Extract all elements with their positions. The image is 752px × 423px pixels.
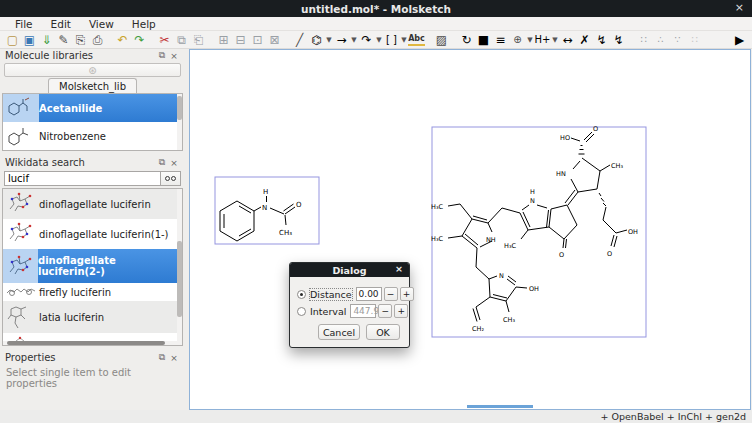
distance-plus-button[interactable]: + [400,287,414,301]
interval-radio[interactable] [297,307,306,316]
atom-label-ho: HO [560,134,570,142]
interval-value[interactable]: 447.90 [350,304,376,318]
properties-close-icon[interactable]: × [168,353,180,363]
new-document-icon[interactable]: ▢ [4,32,21,48]
drawing-canvas[interactable]: N H O CH₃ [189,49,751,410]
interval-minus-button[interactable]: − [378,304,392,318]
open-folder-icon[interactable]: ▣ [21,32,38,48]
toolbar-overflow-icon[interactable]: ▶ [731,32,748,48]
mechanism-arrow-dropdown-icon[interactable]: ▼ [375,36,383,44]
window-close-icon[interactable]: × [735,1,744,14]
line-width-icon[interactable]: ≡ [492,32,509,48]
hatch-tool-icon[interactable]: ▨ [433,32,450,48]
library-refresh-button[interactable]: ⊛ [4,63,181,77]
mechanism-arrow-icon[interactable]: ↷ [358,32,375,48]
wikidata-vscrollbar[interactable] [177,189,182,345]
library-close-icon[interactable]: × [168,51,180,61]
lone-pair-d-icon[interactable]: ∵ [669,32,686,48]
ok-button[interactable]: OK [366,324,400,340]
rotate-tool-icon[interactable]: ↻ [458,32,475,48]
atom-label-o-ketone: O [559,251,564,259]
wikidata-title: Wikidata search [5,157,156,168]
charge-tool-dropdown-icon[interactable]: ▼ [526,36,534,44]
atom-label-n: N [262,204,267,212]
dialog-close-icon[interactable]: × [395,263,403,274]
title-bar[interactable]: untitled.mol* - Molsketch × [0,0,752,17]
bracket-tool-icon[interactable]: [ ] [383,32,400,48]
interval-label[interactable]: Interval [310,306,346,317]
redo-icon[interactable]: ↷ [131,32,148,48]
save-icon[interactable]: ⇓ [38,32,55,48]
library-scrollbar[interactable] [177,94,182,150]
zoom-out-icon[interactable]: ⊟ [232,32,249,48]
print-icon[interactable]: ⎙ [89,32,106,48]
charge-tool-icon[interactable]: ⊕ [509,32,526,48]
menu-view[interactable]: View [80,18,123,30]
color-swatch-icon[interactable]: ■ [475,32,492,48]
menu-file[interactable]: File [6,18,42,30]
properties-panel: Properties ⧉ × Select single item to edi… [2,351,183,409]
zoom-fit-icon[interactable]: ⊠ [266,32,283,48]
wikidata-close-icon[interactable]: × [168,158,180,168]
lone-pair-disabled-icon[interactable]: ∷ [686,32,703,48]
library-item-nitrobenzene[interactable]: Nitrobenzene [3,122,182,150]
undo-icon[interactable]: ↶ [114,32,131,48]
molecule-thumbnail [3,285,39,299]
lone-pair-h-icon[interactable]: ∷ [635,32,652,48]
wikidata-search-input[interactable] [4,171,161,186]
distance-label[interactable]: Distance [310,289,352,300]
result-label: latia luciferin [39,312,104,323]
result-dinoflagellate-luciferin-2[interactable]: dinoflagellate luciferin(2-) [3,249,182,283]
hydrogen-tool-dropdown-icon[interactable]: ▼ [551,36,559,44]
ring-tool-dropdown-icon[interactable]: ▼ [325,36,333,44]
electron-flow-alt-icon[interactable]: ↯ [610,32,627,48]
wikidata-hscrollbar[interactable] [3,341,182,345]
electron-flow-icon[interactable]: ↯ [593,32,610,48]
ring-tool-icon[interactable]: ⌬ [308,32,325,48]
copy-icon[interactable]: ⧉ [173,32,190,48]
lone-pair-v-icon[interactable]: ∴ [652,32,669,48]
result-dinoflagellate-luciferin-1[interactable]: dinoflagellate luciferin(1-) [3,219,182,249]
export-icon[interactable]: ⎘ [72,32,89,48]
wikidata-float-icon[interactable]: ⧉ [156,157,168,168]
reaction-arrow-dropdown-icon[interactable]: ▼ [350,36,358,44]
molecule-acetanilide[interactable]: N H O CH₃ [215,177,319,244]
tab-molsketch-lib[interactable]: Molsketch_lib [48,78,137,93]
properties-float-icon[interactable]: ⧉ [156,352,168,363]
distance-minus-button[interactable]: − [384,287,398,301]
cancel-button[interactable]: Cancel [318,324,360,340]
wikidata-header: Wikidata search ⧉ × [2,156,183,169]
move-tool-icon[interactable]: ↔ [559,32,576,48]
hydrogen-tool-icon[interactable]: H+ [534,32,551,48]
draw-tool-icon[interactable]: ╱ [291,32,308,48]
text-tool-icon[interactable]: Abc [408,33,425,46]
zoom-in-icon[interactable]: ⊞ [215,32,232,48]
save-as-icon[interactable]: ✎ [55,32,72,48]
molecule-luciferin[interactable]: HN HO O CH₃ OH O H N H₃C O H₃C H₃C NH N … [431,125,646,337]
menu-help[interactable]: Help [123,18,165,30]
atom-label-oh-bottom: OH [529,285,539,293]
library-float-icon[interactable]: ⧉ [156,50,168,61]
atom-label-n-bottom: N [499,272,504,280]
dialog-window[interactable]: Dialog × Distance 0.00 − + Interval 447.… [289,262,410,348]
result-latia-luciferin[interactable]: latia luciferin [3,301,182,333]
canvas-hscrollbar[interactable] [190,405,750,409]
cut-icon[interactable]: ✂ [156,32,173,48]
zoom-original-icon[interactable]: ⊡ [249,32,266,48]
menu-edit[interactable]: Edit [42,18,80,30]
canvas-hscrollbar-thumb[interactable] [467,405,533,408]
result-dinoflagellate-luciferin[interactable]: dinoflagellate luciferin [3,189,182,219]
result-firefly-luciferin[interactable]: firefly luciferin [3,283,182,301]
bracket-tool-dropdown-icon[interactable]: ▼ [400,36,408,44]
dialog-title-bar[interactable]: Dialog × [290,263,409,277]
status-bar: + OpenBabel + InChI + gen2d [0,410,752,423]
result-label: firefly luciferin [39,287,111,298]
interval-plus-button[interactable]: + [394,304,408,318]
reaction-arrow-icon[interactable]: → [333,32,350,48]
distance-radio[interactable] [297,290,306,299]
search-binoculars-icon[interactable] [161,171,181,186]
paste-icon[interactable]: ⎗ [190,32,207,48]
library-item-acetanilide[interactable]: Acetanilide [3,94,182,122]
delete-tool-icon[interactable]: ✗ [576,32,593,48]
distance-value[interactable]: 0.00 [356,287,382,301]
